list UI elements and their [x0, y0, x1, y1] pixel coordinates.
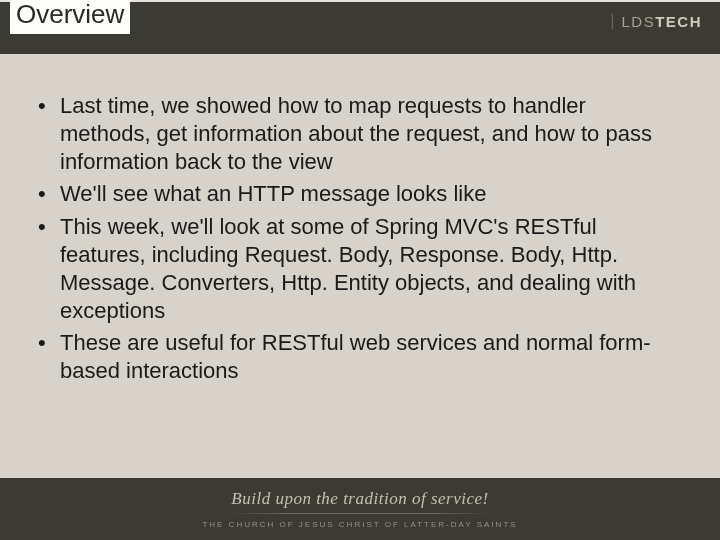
bullet-list: Last time, we showed how to map requests… [38, 92, 682, 386]
list-item: Last time, we showed how to map requests… [38, 92, 682, 176]
title-container: Overview [10, 0, 130, 34]
slide-footer: Build upon the tradition of service! The… [0, 478, 720, 540]
footer-divider [230, 513, 490, 514]
list-item: We'll see what an HTTP message looks lik… [38, 180, 682, 208]
slide-header: Overview | LDSTECH [0, 0, 720, 54]
logo-separator: | [610, 12, 615, 30]
slide-content: Last time, we showed how to map requests… [0, 54, 720, 386]
brand-logo: | LDSTECH [610, 12, 702, 30]
slide-title: Overview [10, 0, 130, 34]
logo-text-tech: TECH [655, 13, 702, 30]
list-item: These are useful for RESTful web service… [38, 329, 682, 385]
list-item: This week, we'll look at some of Spring … [38, 213, 682, 326]
footer-subline: The Church of Jesus Christ of Latter-day… [202, 520, 517, 529]
logo-text-lds: LDS [621, 13, 655, 30]
footer-tagline: Build upon the tradition of service! [231, 489, 488, 509]
